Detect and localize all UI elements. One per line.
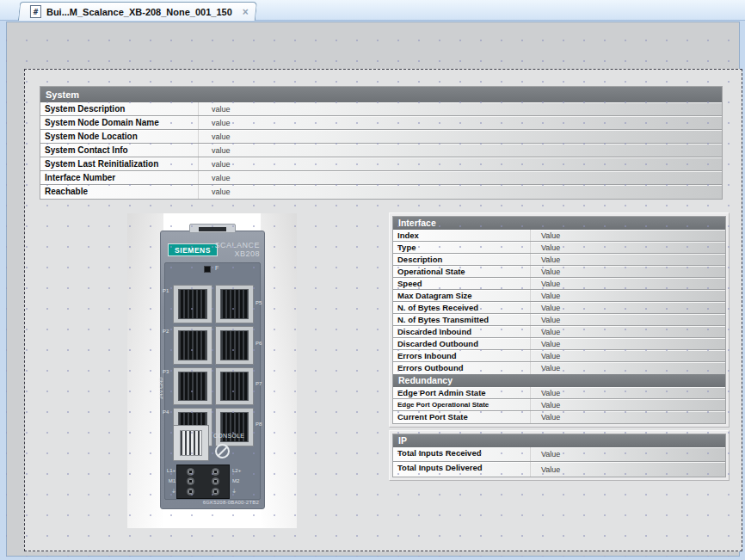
row-label: Edge Port Admin State bbox=[393, 387, 531, 398]
table-row: Edge Port Admin State Value bbox=[393, 387, 725, 399]
photo-shadow-left bbox=[127, 213, 163, 528]
table-row: System Description value bbox=[40, 102, 722, 116]
rj45-port bbox=[173, 326, 212, 365]
table-row: N. of Bytes Received Value bbox=[393, 302, 725, 314]
row-value: value bbox=[199, 188, 231, 196]
tab-close-icon[interactable]: × bbox=[243, 6, 249, 18]
table-row: Max Datagram Size Value bbox=[393, 290, 725, 302]
table-row: Type Value bbox=[393, 242, 725, 254]
row-label: Reachable bbox=[40, 185, 199, 199]
row-value: Value bbox=[531, 316, 560, 324]
article-number: 6GK5208-0BA00-2TB2 bbox=[203, 500, 259, 505]
table-row: Errors Outbound Value bbox=[393, 362, 725, 374]
table-row: System Last Reinitialization value bbox=[40, 157, 722, 171]
rj45-port-grid bbox=[173, 285, 254, 446]
tab-title: Bui...M_Scalance_XB-208_None_001_150 bbox=[46, 7, 232, 17]
row-value: Value bbox=[531, 243, 560, 252]
selection-marquee[interactable]: System System Description value System N… bbox=[24, 69, 742, 551]
table-row: Reachable value bbox=[40, 185, 722, 199]
table-row: Description Value bbox=[393, 254, 725, 266]
row-value: value bbox=[199, 146, 231, 155]
table-row: Discarded Inbound Value bbox=[393, 326, 725, 338]
row-value: Value bbox=[531, 231, 560, 240]
table-row: Current Port State Value bbox=[393, 411, 725, 423]
table-row: Index Value bbox=[393, 230, 725, 242]
row-value: Value bbox=[531, 292, 560, 300]
table-row: N. of Bytes Transmitted Value bbox=[393, 314, 725, 326]
row-label: System Description bbox=[40, 102, 199, 115]
table-row: System Node Location value bbox=[40, 130, 722, 144]
row-label: Errors Inbound bbox=[393, 350, 531, 361]
rj45-port bbox=[215, 285, 255, 323]
power-labels-left: L1+M1⏚ bbox=[163, 465, 175, 496]
row-label: Edge Port Operational State bbox=[393, 399, 531, 410]
device-photo[interactable]: SIEMENS SCALANCE XB208 F bbox=[127, 213, 297, 528]
screen-document-icon: # bbox=[30, 5, 41, 18]
siemens-logo: SIEMENS bbox=[168, 243, 218, 256]
row-label: N. of Bytes Received bbox=[393, 302, 531, 313]
row-value: value bbox=[199, 119, 231, 127]
rj45-port bbox=[173, 367, 212, 406]
row-label: Description bbox=[393, 254, 531, 265]
din-rail-clip bbox=[189, 224, 236, 233]
row-value: Value bbox=[531, 268, 560, 276]
row-value: Value bbox=[531, 364, 560, 372]
row-value: value bbox=[199, 105, 231, 114]
row-label: Discarded Outbound bbox=[393, 338, 531, 349]
table-row: Edge Port Operational State Value bbox=[393, 399, 725, 411]
power-labels-right: L2+M2⏚ bbox=[232, 465, 244, 496]
row-label: Speed bbox=[393, 278, 531, 289]
row-value: Value bbox=[531, 389, 560, 397]
console-port bbox=[173, 425, 209, 461]
fault-led bbox=[204, 266, 211, 273]
row-value: Value bbox=[531, 465, 560, 474]
system-table[interactable]: System System Description value System N… bbox=[40, 86, 723, 200]
editor-window: # Bui...M_Scalance_XB-208_None_001_150 ×… bbox=[0, 0, 745, 560]
scalance-xb208-device: SIEMENS SCALANCE XB208 F bbox=[160, 231, 265, 509]
row-label: Operational State bbox=[393, 266, 531, 277]
row-label: Max Datagram Size bbox=[393, 290, 531, 301]
interface-table[interactable]: Interface Index Value Type Value Descrip… bbox=[389, 212, 730, 428]
row-value: value bbox=[199, 160, 231, 169]
row-label: Type bbox=[393, 242, 531, 253]
interface-table-header: Interface bbox=[393, 217, 725, 230]
table-row: Speed Value bbox=[393, 278, 725, 290]
row-label: Total Inputs Delivered bbox=[393, 462, 531, 477]
rj45-port bbox=[215, 367, 255, 406]
rj45-port bbox=[215, 326, 255, 365]
ip-table[interactable]: IP Total Inputs Received Value Total Inp… bbox=[389, 430, 730, 481]
row-label: Index bbox=[393, 230, 531, 241]
table-row: Total Inputs Received Value bbox=[393, 447, 725, 462]
row-value: Value bbox=[531, 352, 560, 360]
table-row: Total Inputs Delivered Value bbox=[393, 462, 725, 477]
row-label: System Node Domain Name bbox=[40, 116, 199, 129]
tab-scalance-screen[interactable]: # Bui...M_Scalance_XB-208_None_001_150 × bbox=[18, 2, 257, 21]
row-label: Interface Number bbox=[40, 171, 199, 184]
row-label: Discarded Inbound bbox=[393, 326, 531, 337]
row-value: Value bbox=[531, 280, 560, 288]
row-label: Errors Outbound bbox=[393, 362, 531, 374]
ip-table-header: IP bbox=[393, 434, 725, 447]
row-label: System Contact Info bbox=[40, 144, 199, 157]
row-value: Value bbox=[531, 413, 560, 422]
console-label: CONSOLE bbox=[213, 433, 244, 439]
tab-bar: # Bui...M_Scalance_XB-208_None_001_150 × bbox=[0, 0, 745, 21]
row-label: System Last Reinitialization bbox=[40, 157, 199, 170]
row-value: value bbox=[199, 132, 231, 141]
row-value: Value bbox=[531, 401, 560, 409]
row-label: N. of Bytes Transmitted bbox=[393, 314, 531, 325]
table-row: System Node Domain Name value bbox=[40, 116, 722, 130]
rj45-port bbox=[173, 285, 212, 323]
row-value: Value bbox=[531, 450, 560, 458]
prohibition-icon bbox=[215, 444, 230, 458]
table-row: Interface Number value bbox=[40, 171, 722, 185]
row-label: Total Inputs Received bbox=[393, 447, 531, 461]
row-value: Value bbox=[531, 340, 560, 348]
photo-shadow-right bbox=[261, 213, 297, 528]
row-value: Value bbox=[531, 255, 560, 264]
fault-led-label: F bbox=[215, 265, 219, 271]
table-row: Operational State Value bbox=[393, 266, 725, 278]
table-row: System Contact Info value bbox=[40, 144, 722, 157]
rj45-port bbox=[215, 408, 255, 446]
table-row: Errors Inbound Value bbox=[393, 350, 725, 362]
